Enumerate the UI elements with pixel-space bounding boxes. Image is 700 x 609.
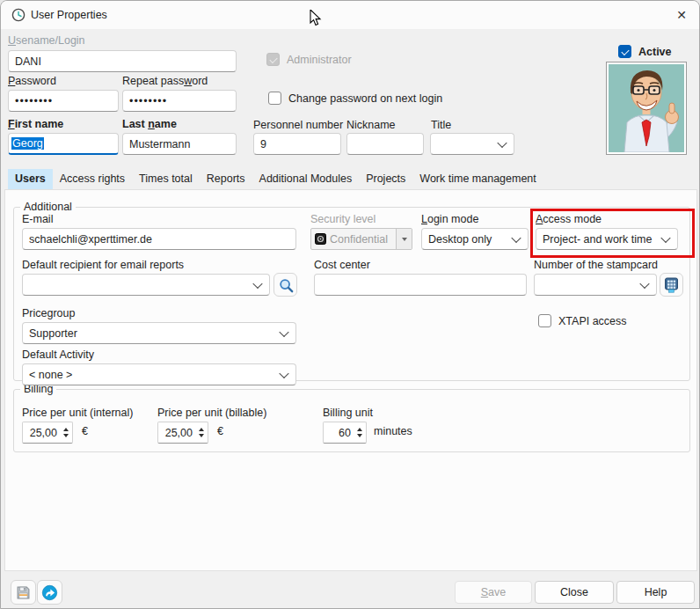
spinner-arrows-icon[interactable] bbox=[59, 422, 72, 443]
help-button[interactable]: Help bbox=[616, 581, 695, 604]
price-billable-label: Price per unit (billable) bbox=[157, 407, 266, 419]
security-level-select[interactable]: Confidential bbox=[310, 228, 412, 250]
default-activity-label: Default Activity bbox=[22, 349, 94, 361]
chevron-down-icon bbox=[497, 137, 507, 147]
stampcard-terminal-button[interactable] bbox=[660, 273, 683, 297]
selected-text: Georg bbox=[11, 137, 44, 150]
price-internal-stepper[interactable]: 25,00 bbox=[22, 422, 73, 444]
nickname-input[interactable] bbox=[346, 133, 424, 155]
repeat-password-input[interactable]: •••••••• bbox=[122, 90, 237, 112]
chevron-down-icon bbox=[252, 278, 262, 288]
close-icon[interactable]: ✕ bbox=[672, 6, 691, 24]
close-button[interactable]: Close bbox=[535, 581, 614, 604]
tab-access-rights[interactable]: Access rights bbox=[53, 169, 132, 189]
security-level-label: Security level bbox=[310, 213, 376, 225]
change-password-checkbox[interactable]: Change password on next login bbox=[268, 92, 442, 105]
stampcard-terminal-icon bbox=[664, 277, 679, 293]
login-mode-label: Login mode bbox=[421, 213, 478, 225]
nickname-label: Nickname bbox=[346, 119, 396, 131]
price-internal-currency: € bbox=[82, 425, 88, 437]
send-arrow-icon bbox=[41, 584, 58, 601]
email-label: E-mail bbox=[22, 213, 53, 225]
checkbox-checked bbox=[618, 45, 631, 58]
first-name-input[interactable]: Georg bbox=[8, 133, 119, 155]
chevron-down-icon bbox=[660, 232, 670, 242]
personnel-number-label: Personnel number bbox=[253, 119, 343, 131]
tab-projects[interactable]: Projects bbox=[359, 169, 412, 189]
checkbox-unchecked bbox=[268, 92, 281, 105]
user-properties-dialog: User Properties ✕ Usename/Login DANI Adm… bbox=[0, 0, 700, 609]
safe-icon bbox=[315, 233, 326, 245]
search-recipient-button[interactable] bbox=[273, 273, 297, 297]
window-title: User Properties bbox=[31, 9, 107, 21]
title-select[interactable] bbox=[430, 133, 514, 155]
send-toolbar-button[interactable] bbox=[37, 580, 62, 605]
xtapi-access-checkbox[interactable]: XTAPI access bbox=[538, 314, 627, 327]
access-mode-label: Access mode bbox=[536, 213, 602, 225]
billing-unit-label: Billing unit bbox=[323, 407, 373, 419]
price-billable-stepper[interactable]: 25,00 bbox=[157, 422, 208, 444]
personnel-number-input[interactable]: 9 bbox=[253, 133, 341, 155]
cost-center-label: Cost center bbox=[314, 259, 370, 271]
pricegroup-select[interactable]: Supporter bbox=[22, 322, 296, 344]
additional-group-legend: Additional bbox=[20, 201, 76, 213]
user-avatar[interactable] bbox=[606, 62, 687, 155]
title-label: Title bbox=[431, 119, 451, 131]
default-activity-select[interactable]: < none > bbox=[22, 363, 296, 385]
last-name-input[interactable]: Mustermann bbox=[122, 133, 237, 155]
save-toolbar-button[interactable] bbox=[11, 580, 36, 605]
chevron-down-icon bbox=[511, 232, 521, 242]
email-input[interactable]: schaelchli@xperttimer.de bbox=[22, 228, 296, 250]
username-label: Usename/Login bbox=[8, 34, 85, 47]
username-input[interactable]: DANI bbox=[8, 50, 237, 72]
tab-work-time-management[interactable]: Work time management bbox=[412, 169, 543, 189]
last-name-label: Last name bbox=[122, 118, 177, 130]
floppy-disk-icon bbox=[16, 585, 31, 600]
pricegroup-label: Pricegroup bbox=[22, 307, 75, 319]
password-label: Password bbox=[8, 75, 56, 87]
tab-bar: UsersAccess rightsTimes totalReportsAddi… bbox=[8, 169, 543, 189]
access-mode-select[interactable]: Project- and work time bbox=[536, 228, 678, 250]
stampcard-label: Number of the stampcard bbox=[534, 259, 658, 271]
administrator-checkbox[interactable]: Administrator bbox=[266, 53, 352, 66]
save-button[interactable]: Save bbox=[455, 581, 532, 604]
billing-unit-suffix: minutes bbox=[374, 425, 412, 437]
chevron-down-icon bbox=[639, 278, 649, 288]
title-bar: User Properties ✕ bbox=[1, 1, 699, 29]
tab-reports[interactable]: Reports bbox=[200, 169, 252, 189]
tab-users[interactable]: Users bbox=[8, 169, 53, 189]
avatar-cartoon-man bbox=[609, 64, 684, 152]
chevron-down-icon bbox=[279, 327, 288, 336]
spinner-arrows-icon[interactable] bbox=[194, 422, 208, 443]
tab-times-total[interactable]: Times total bbox=[132, 169, 200, 189]
billing-unit-stepper[interactable]: 60 bbox=[323, 422, 367, 444]
security-dropdown-button bbox=[396, 229, 412, 249]
login-mode-select[interactable]: Desktop only bbox=[421, 228, 529, 250]
checkbox-checked-disabled bbox=[266, 53, 280, 66]
stampcard-select[interactable] bbox=[534, 274, 657, 296]
password-input[interactable]: •••••••• bbox=[8, 90, 119, 112]
search-icon bbox=[278, 277, 294, 293]
price-billable-currency: € bbox=[217, 425, 223, 437]
default-recipient-label: Default recipient for email reports bbox=[22, 259, 184, 271]
cost-center-input[interactable] bbox=[314, 274, 527, 296]
spinner-arrows-icon[interactable] bbox=[353, 422, 366, 443]
tab-additional-modules[interactable]: Additional Modules bbox=[252, 169, 360, 189]
repeat-password-label: Repeat password bbox=[122, 75, 208, 87]
chevron-down-icon bbox=[279, 368, 288, 378]
first-name-label: First name bbox=[8, 118, 63, 130]
default-recipient-select[interactable] bbox=[22, 274, 270, 296]
active-checkbox[interactable]: Active bbox=[618, 45, 672, 58]
price-internal-label: Price per unit (internal) bbox=[22, 407, 133, 419]
clock-icon bbox=[11, 8, 26, 22]
checkbox-unchecked bbox=[538, 314, 551, 327]
